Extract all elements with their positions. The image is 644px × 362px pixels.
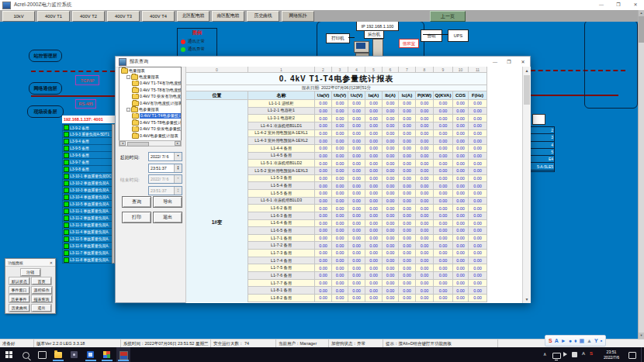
table-row[interactable]: L1-4-2 室外用电预留A-1EXL10.000.000.000.000.00… [248,130,487,138]
tree-node[interactable]: 0.4kV T0 柴发有功电度 [119,94,181,100]
device-list-item[interactable]: L3-11-5 事故重要负荷A. [62,236,115,243]
dialog-button-4[interactable]: 退出 [153,212,182,223]
device-list-item[interactable]: L3-11-4 事故重要负荷A. [62,229,115,236]
dialog-titlebar[interactable]: 报表查询 — ❐ ✕ [116,57,530,67]
blue-app-icon[interactable] [87,351,94,358]
search-icon[interactable] [23,352,29,359]
start-button-icon[interactable] [5,351,12,358]
input-toolbar-icon[interactable]: S [549,336,552,345]
dialog-button-2[interactable]: 导出 [153,196,182,208]
start-date-combo[interactable]: 2022/ 7/ 6 ▼ [148,152,182,161]
tab-6[interactable]: 北区配电箱 [177,11,209,22]
scroll-up-icon[interactable]: ▲ [639,10,644,16]
table-row[interactable]: L1-6-3 备用0.000.000.000.000.000.000.000.0… [248,212,487,220]
scroll-left-icon[interactable]: ◄ [119,141,126,146]
panel-button-退出[interactable]: 退出 [32,305,51,312]
tree-node[interactable]: 0.4kV T1-T4电参量统计 [119,113,181,119]
tree-node[interactable]: 电量报表 [119,67,181,74]
scroll-down-icon[interactable]: ▼ [523,295,531,303]
table-row[interactable]: L1-4-5 备用0.000.000.000.000.000.000.000.0… [248,153,487,160]
device-list-item[interactable]: L3-9-6 备用 [62,152,115,159]
sogou-tray-icon[interactable]: S [590,351,593,356]
tab-3[interactable]: 400V T2 [72,11,105,22]
tree-node[interactable]: 0.4kV T5-T8有功电度统 [119,87,181,93]
table-row[interactable]: L1-6-4 备用0.000.000.000.000.000.000.000.0… [248,220,487,228]
table-row[interactable]: L1-7-3 备用0.000.000.000.000.000.000.000.0… [248,250,487,257]
tree-expander-icon[interactable]: - [126,75,130,79]
panel-button-报表查询[interactable]: 报表查询 [32,295,52,302]
table-row[interactable]: L1-5-3 备用0.000.000.000.000.000.000.000.0… [248,175,487,183]
table-row[interactable]: L1-7-5 备用0.000.000.000.000.000.000.000.0… [248,264,487,272]
table-row[interactable]: L1-5-1 冷冻机组B1LD20.000.000.000.000.000.00… [248,160,487,167]
network-icon[interactable] [552,353,561,359]
ime-letter-icon[interactable]: A [582,351,585,356]
task-view-icon[interactable] [38,351,47,359]
table-row[interactable]: L1-6-2 备用0.000.000.000.000.000.000.000.0… [248,205,487,212]
device-list-item[interactable]: L3-11-6 事故重要负荷A. [62,243,115,250]
tree-node[interactable]: -电参量报表 [119,106,181,112]
main-scroll-thumb[interactable] [639,16,644,43]
input-toolbar-icon[interactable]: ▦ [579,336,584,345]
table-row[interactable]: L1-5-4 备用0.000.000.000.000.000.000.000.0… [248,182,487,190]
panel-button-历史事件[interactable]: 历史事件 [9,295,29,302]
device-list-item[interactable]: L3-11-7 事故重要负荷A. [62,250,115,257]
tray-chevron-icon[interactable]: ∧ [543,351,546,357]
input-toolbar-icon[interactable]: ▪ [601,336,602,345]
tab-7[interactable]: 南区配电箱 [212,11,244,22]
input-toolbar-icon[interactable]: Y [594,336,598,345]
tree-node[interactable]: 0.4kV有功电度统计报表 [119,100,181,106]
input-toolbar-icon[interactable]: ▲ [587,336,592,345]
table-row[interactable]: L1-4-4 备用0.000.000.000.000.000.000.000.0… [248,145,487,153]
main-vertical-scrollbar[interactable]: ▲ ▼ [638,10,644,339]
device-list-item[interactable]: L3-11-1 事故重要负荷A. [62,208,115,215]
tree-node[interactable]: 0.4kV T5-T8电参量统计 [119,119,181,126]
tree-node[interactable]: 0.4kV T0 柴发电参量统 [119,126,181,133]
device-list-item[interactable]: L3-10-1 事故重要负荷DCS.A [62,173,115,180]
dialog-maximize-button[interactable]: ❐ [502,57,516,67]
device-list-item[interactable]: L3-9-2 备用 [62,124,115,131]
table-scroll-thumb[interactable] [524,75,530,105]
tree-horizontal-scrollbar[interactable]: ◄ ► [119,140,182,147]
table-row[interactable]: L1-7-2 备用0.000.000.000.000.000.000.000.0… [248,242,487,250]
function-panel-close-icon[interactable]: ✕ [50,260,53,265]
device-list-item[interactable]: L3-10-4 事故重要负荷A. [62,194,115,201]
table-row[interactable]: L1-6-1 冷冻机组B1LD30.000.000.000.000.000.00… [248,198,487,205]
input-toolbar-icon[interactable]: ► [561,336,566,345]
table-row[interactable]: L1-5-2 室外用电预留A-1EXL30.000.000.000.000.00… [248,167,487,175]
panel-button-首页[interactable]: 首页 [32,278,51,284]
show-desktop-button[interactable] [641,347,644,362]
device-list-item[interactable]: L3-9-3 重要负荷A-5DT1 [62,131,115,138]
input-toolbar-icon[interactable]: ● [569,336,572,345]
window-minimize-button[interactable]: — [593,0,610,10]
window-close-button[interactable]: ✕ [627,0,644,10]
table-row[interactable]: L1-8-1 备用0.000.000.000.000.000.000.000.0… [248,287,487,295]
table-row[interactable]: L1-1-1 进线柜0.000.000.000.000.000.000.000.… [248,100,487,108]
function-panel-titlebar[interactable]: 功能面板 ✕ [5,259,55,267]
device-list-item[interactable]: L3-11-3 事故重要负荷A. [62,222,115,229]
table-row[interactable]: L1-4-1 冷冻机组B1LD10.000.000.000.000.000.00… [248,122,487,130]
tree-node[interactable]: 0.4kV T1-T4有功电度统 [119,81,181,87]
start-time-spinner[interactable]: 23:51:37 ▲▼ [148,164,182,173]
scada-app-icon[interactable] [119,351,128,360]
table-row[interactable]: L1-5-5 备用0.000.000.000.000.000.000.000.0… [248,190,487,198]
table-row[interactable]: L1-7-7 备用0.000.000.000.000.000.000.000.0… [248,280,487,288]
table-row[interactable]: L1-6-5 备用0.000.000.000.000.000.000.000.0… [248,227,487,235]
device-list-item[interactable]: L3-9-5 备用 [62,145,115,152]
table-row[interactable]: L1-2-1 电容柜10.000.000.000.000.000.000.000… [248,108,487,115]
file-explorer-icon[interactable] [54,352,62,358]
table-row[interactable]: L1-3-1 电容柜20.000.000.000.000.000.000.000… [248,115,487,122]
color-grid-app-icon[interactable] [103,351,110,358]
table-row[interactable]: L1-7-6 备用0.000.000.000.000.000.000.000.0… [248,272,487,280]
panel-button-遥控操作[interactable]: 遥控操作 [32,287,52,294]
tab-5[interactable]: 400V T4 [142,11,175,22]
dialog-button-3[interactable]: 打印 [122,212,151,223]
chat-app-icon[interactable] [71,351,78,358]
tree-scroll-thumb[interactable] [127,142,149,147]
table-row[interactable]: L1-4-3 室外用电预留A-1EXL20.000.000.000.000.00… [248,137,487,145]
speaker-icon[interactable] [563,352,570,357]
ime-mode-icon[interactable] [572,352,577,357]
input-toolbar-icon[interactable]: A [555,336,559,345]
panel-button-默认状态[interactable]: 默认状态 [9,278,29,284]
tree-expander-icon[interactable]: - [126,108,130,112]
tab-8[interactable]: 历史曲线 [247,11,279,22]
